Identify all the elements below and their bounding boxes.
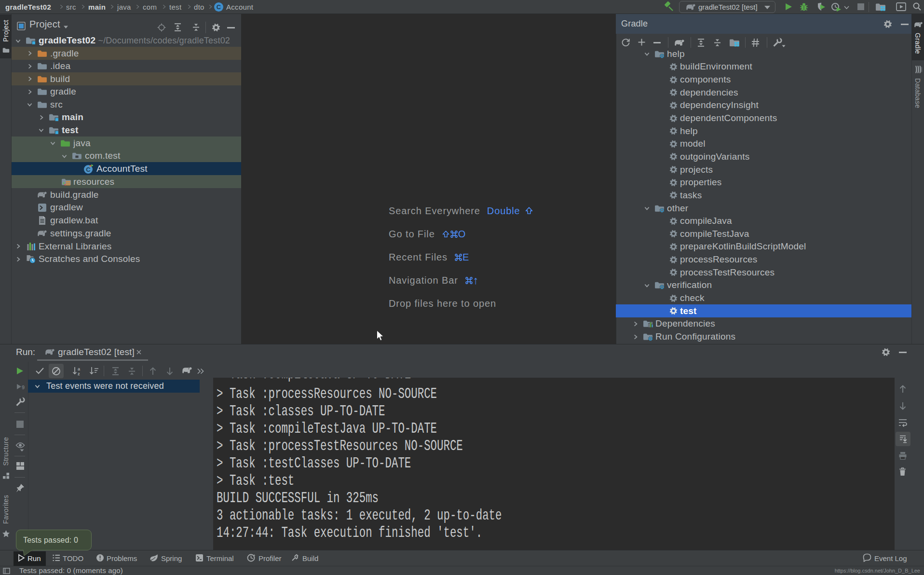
svg-text:9: 9 bbox=[22, 384, 25, 390]
svg-text:C: C bbox=[86, 165, 91, 173]
svg-text:z: z bbox=[78, 371, 80, 376]
svg-text:a: a bbox=[78, 367, 81, 371]
